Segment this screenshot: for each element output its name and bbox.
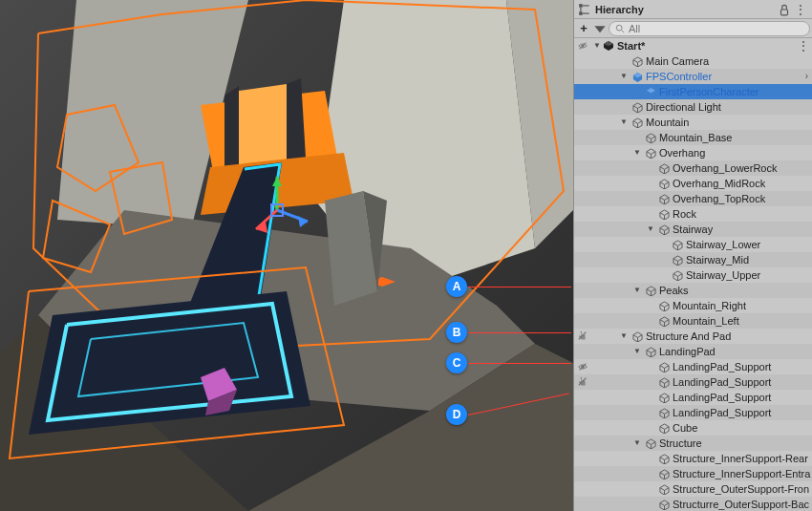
tree-row[interactable]: LandingPad_Support [574,374,812,390]
tree-row[interactable]: Cube [574,420,812,436]
tree-row[interactable]: Structure_OuterSupport-Fron [574,481,812,497]
scene-visibility-toggle[interactable] [576,38,589,53]
gameobject-cube-icon [658,162,670,174]
expand-toggle[interactable] [645,499,656,510]
tree-row[interactable]: Directional Light [574,99,812,115]
expand-toggle[interactable]: ▼ [631,346,643,357]
tree-item-label: Structure [658,436,702,451]
expand-toggle[interactable] [645,361,656,373]
gameobject-cube-icon [645,132,656,143]
lock-icon[interactable] [778,3,791,16]
expand-toggle[interactable] [645,392,656,403]
create-button[interactable]: + [576,21,591,36]
expand-toggle[interactable] [645,407,656,418]
expand-toggle[interactable]: ▼ [631,437,643,449]
gameobject-cube-icon [658,407,670,418]
tree-row[interactable]: Mountain_Left [574,313,812,329]
gameobject-cube-icon [658,453,670,464]
expand-toggle[interactable]: ▼ [618,330,630,342]
expand-toggle[interactable] [645,422,656,434]
expand-toggle[interactable] [645,162,656,174]
annotation-marker-a: A [446,276,467,297]
tree-row[interactable]: ▼Overhang [574,145,812,160]
prefab-open-chevron-icon[interactable]: › [805,69,808,84]
expand-toggle[interactable] [645,376,656,388]
tree-item-label: LandingPad_Support [672,359,771,374]
search-input[interactable] [629,23,803,34]
svg-marker-21 [298,216,308,227]
expand-toggle[interactable]: ▼ [618,71,630,82]
tree-row[interactable]: Structure_InnerSupport-Rear [574,451,812,466]
tree-row[interactable]: Mountain_Right [574,298,812,313]
tree-item-label: Stairway_Lower [685,237,760,252]
tree-item-label: Structure And Pad [645,329,731,344]
expand-toggle[interactable] [645,178,656,189]
scene-menu-icon[interactable]: ⋮ [798,38,812,53]
tree-row[interactable]: Mountain_Base [574,130,812,145]
pickable-toggle-icon[interactable] [576,329,589,344]
search-field[interactable] [609,21,810,36]
tree-item-label: LandingPad_Support [672,390,771,405]
tree-row[interactable]: Overhang_TopRock [574,191,812,206]
gameobject-cube-icon [658,208,670,220]
expand-toggle[interactable] [658,269,670,281]
panel-menu-icon[interactable]: ⋮ [795,3,808,16]
tree-item-label: Peaks [658,283,689,298]
hierarchy-tree[interactable]: ▼ Start* ⋮ Main Camera▼FPSController›Fir… [574,38,812,511]
tree-row[interactable]: FirstPersonCharacter [574,84,812,99]
tree-row[interactable]: Stairway_Upper [574,267,812,283]
expand-toggle[interactable] [645,315,656,327]
expand-toggle[interactable] [645,300,656,311]
gameobject-cube-icon [658,422,670,434]
gameobject-cube-icon [658,193,670,204]
gameobject-cube-icon [672,239,683,250]
expand-toggle[interactable]: ▼ [631,147,643,159]
tree-item-label: Mountain_Right [672,298,746,313]
scene-root-row[interactable]: ▼ Start* ⋮ [574,38,812,53]
tree-row[interactable]: ▼Structure And Pad [574,329,812,344]
expand-toggle[interactable]: ▼ [631,285,643,296]
gameobject-cube-icon [658,361,670,373]
expand-toggle[interactable] [645,468,656,479]
tree-row[interactable]: Structure_InnerSupport-Entra [574,466,812,481]
tree-row[interactable]: ▼Stairway [574,222,812,237]
visibility-toggle-icon[interactable] [576,359,589,374]
tree-row[interactable]: LandingPad_Support [574,405,812,420]
expand-toggle[interactable] [645,453,656,464]
expand-toggle[interactable] [645,208,656,220]
tree-row[interactable]: ▼LandingPad [574,344,812,359]
tree-row[interactable]: Stairway_Lower [574,237,812,252]
expand-toggle[interactable] [645,483,656,495]
create-dropdown-icon[interactable] [593,22,607,35]
tree-row[interactable]: Rock [574,206,812,222]
tree-item-label: Overhang [658,145,705,160]
expand-toggle[interactable] [658,239,670,250]
expand-toggle[interactable]: ▼ [591,40,603,52]
tree-row[interactable]: Structurre_OuterSupport-Bac [574,497,812,511]
leader-line-b [468,332,571,333]
tree-row[interactable]: LandingPad_Support [574,390,812,405]
gameobject-cube-icon [658,376,670,388]
expand-toggle[interactable] [645,193,656,204]
tree-row[interactable]: ▼Peaks [574,283,812,298]
tree-row[interactable]: LandingPad_Support [574,359,812,374]
gameobject-cube-icon [631,55,643,67]
expand-toggle[interactable]: ▼ [645,224,656,235]
tree-row[interactable]: ▼Mountain [574,115,812,130]
tree-row[interactable]: Main Camera [574,53,812,69]
expand-toggle[interactable]: ▼ [618,117,630,128]
gameobject-cube-icon [645,285,656,296]
expand-toggle[interactable] [631,132,643,143]
expand-toggle[interactable] [631,86,643,97]
tree-row[interactable]: ▼FPSController› [574,69,812,84]
tree-row[interactable]: ▼Structure [574,436,812,451]
pickable-toggle-icon[interactable] [576,374,589,390]
expand-toggle[interactable] [618,55,630,67]
tree-item-label: Mountain_Base [658,130,732,145]
tree-row[interactable]: Stairway_Mid [574,252,812,267]
tree-row[interactable]: Overhang_MidRock [574,176,812,191]
expand-toggle[interactable] [618,101,630,113]
scene-viewport[interactable]: A B C D [0,0,573,511]
expand-toggle[interactable] [658,254,670,266]
tree-row[interactable]: Overhang_LowerRock [574,160,812,176]
